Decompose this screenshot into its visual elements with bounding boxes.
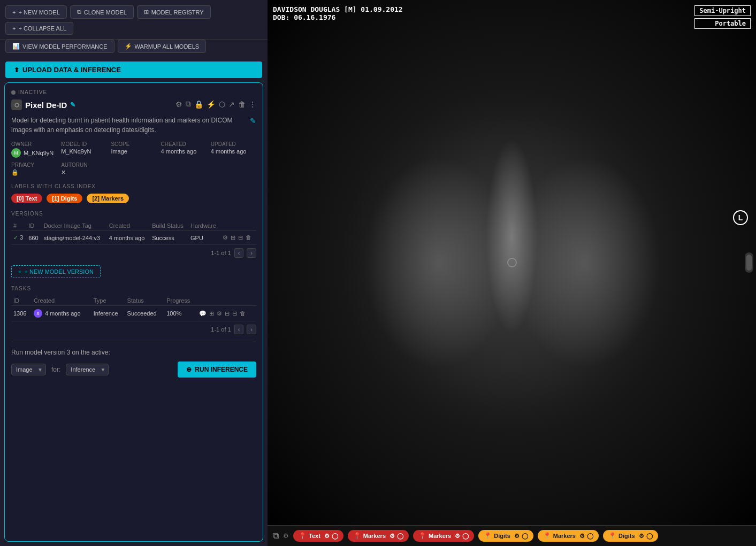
upload-icon: ⬆: [14, 66, 19, 74]
edit-desc-icon[interactable]: ✎: [250, 116, 256, 127]
duplicate-icon[interactable]: ⬡: [219, 100, 225, 109]
xray-circle-marker: [507, 258, 517, 267]
task-progress: 100%: [164, 306, 197, 321]
task-image-icon[interactable]: ⊞: [209, 310, 214, 317]
tag-icon[interactable]: ⚡: [207, 100, 216, 109]
settings-icon-5[interactable]: ⚙: [579, 533, 585, 540]
clone-model-button[interactable]: ⧉ CLONE MODEL: [70, 5, 134, 19]
share2-icon[interactable]: ↗: [228, 100, 235, 109]
xray-position-badges: Semi-Upright Portable: [694, 5, 751, 31]
settings-icon-1[interactable]: ⚙: [324, 533, 330, 540]
view-performance-button[interactable]: 📊 VIEW MODEL PERFORMANCE: [5, 40, 114, 53]
action-settings-icon[interactable]: ⚙: [223, 234, 228, 241]
label-tag-digits: [1] Digits: [47, 194, 82, 203]
task-id: 1306: [11, 306, 32, 321]
pill-markers-2[interactable]: 📍 Markers ⚙ ◯: [413, 530, 474, 542]
col-created: Created: [107, 221, 150, 231]
scope-select[interactable]: Image: [11, 364, 46, 375]
pill-text-1[interactable]: 📍 Text ⚙ ◯: [293, 530, 343, 542]
close-icon-3[interactable]: ◯: [462, 533, 469, 540]
settings-icon-3[interactable]: ⚙: [455, 533, 460, 540]
task-view-icon[interactable]: ⊟: [225, 310, 230, 317]
copy-layers-icon[interactable]: ⧉: [273, 531, 279, 541]
row-status: Success: [150, 231, 188, 245]
close-icon-6[interactable]: ◯: [646, 533, 653, 540]
avatar: M: [11, 148, 21, 158]
run-inference-button[interactable]: ⊕ RUN INFERENCE: [178, 362, 256, 378]
lock-icon[interactable]: 🔒: [194, 100, 203, 109]
close-icon-2[interactable]: ◯: [397, 533, 403, 540]
task-select-wrapper: Inference ▼: [66, 364, 109, 375]
pill-markers-1[interactable]: 📍 Markers ⚙ ◯: [348, 530, 409, 542]
task-status: Succeeded: [125, 306, 165, 321]
new-model-button[interactable]: + + NEW MODEL: [5, 5, 67, 19]
share-icon[interactable]: ⚙: [175, 100, 182, 109]
registry-icon: ⊞: [144, 9, 149, 16]
table-row: ✓ 3 660 staging/model-244:v3 4 months ag…: [11, 231, 256, 245]
settings-icon-2[interactable]: ⚙: [390, 533, 395, 540]
pill-digits-1[interactable]: 📍 Digits ⚙ ◯: [478, 530, 533, 542]
row-hardware: GPU: [188, 231, 220, 245]
meta-autorun: AUTORUN ✕: [61, 162, 106, 176]
left-panel: + + NEW MODEL ⧉ CLONE MODEL ⊞ MODEL REGI…: [0, 0, 268, 546]
col-hardware: Hardware: [188, 221, 220, 231]
model-card: INACTIVE ⬡ Pixel De-ID ✎ ⚙ ⧉ 🔒 ⚡ ⬡ ↗ 🗑 ⋮: [4, 82, 263, 542]
pin-icon-1: 📍: [299, 532, 307, 540]
task-settings-icon[interactable]: ⚙: [217, 310, 222, 317]
pill-markers-3[interactable]: 📍 Markers ⚙ ◯: [538, 530, 599, 542]
task-select[interactable]: Inference: [66, 364, 109, 375]
meta-scope: SCOPE Image: [111, 141, 156, 158]
pill-digits-2[interactable]: 📍 Digits ⚙ ◯: [603, 530, 658, 542]
chart-icon: 📊: [12, 43, 20, 50]
task-col-created: Created: [32, 296, 91, 306]
tasks-section: TASKS ID Created Type Status Progress: [11, 286, 256, 334]
scroll-indicator[interactable]: [745, 252, 753, 273]
meta-privacy: PRIVACY 🔒: [11, 162, 57, 176]
task-col-progress: Progress: [164, 296, 197, 306]
model-header: ⬡ Pixel De-ID ✎ ⚙ ⧉ 🔒 ⚡ ⬡ ↗ 🗑 ⋮: [11, 99, 256, 110]
tasks-next-button[interactable]: ›: [247, 325, 256, 334]
close-icon-1[interactable]: ◯: [332, 533, 338, 540]
table-row: 1306 S 4 months ago Inference Succeeded …: [11, 306, 256, 321]
add-version-button[interactable]: + + NEW MODEL VERSION: [11, 265, 101, 278]
task-filter-icon[interactable]: ⊟: [232, 310, 237, 317]
copy-icon[interactable]: ⧉: [186, 99, 191, 109]
settings-icon[interactable]: ⚙: [283, 532, 289, 540]
collapse-all-button[interactable]: + + COLLAPSE ALL: [5, 22, 73, 35]
row-num: ✓ 3: [11, 231, 26, 245]
delete-icon[interactable]: 🗑: [238, 100, 246, 109]
task-delete-icon[interactable]: 🗑: [240, 310, 246, 317]
settings-icon-6[interactable]: ⚙: [639, 533, 644, 540]
xray-l-marker: L: [733, 210, 748, 225]
action-image-icon[interactable]: ⊞: [231, 234, 235, 241]
prev-page-button[interactable]: ‹: [234, 248, 244, 258]
task-col-id: ID: [11, 296, 32, 306]
tasks-table: ID Created Type Status Progress 1306: [11, 296, 256, 321]
task-col-status: Status: [125, 296, 165, 306]
clone-icon: ⧉: [77, 9, 81, 16]
close-icon-5[interactable]: ◯: [587, 533, 593, 540]
row-id: 660: [26, 231, 41, 245]
close-icon-4[interactable]: ◯: [522, 533, 528, 540]
action-delete-icon[interactable]: 🗑: [246, 234, 251, 241]
versions-section: VERSIONS # ID Docker Image:Tag Created B…: [11, 211, 256, 258]
task-chat-icon[interactable]: 💬: [199, 310, 207, 317]
tasks-prev-button[interactable]: ‹: [234, 325, 244, 334]
warmup-icon: ⚡: [125, 43, 132, 50]
row-created: 4 months ago: [107, 231, 150, 245]
collapse-icon: +: [12, 25, 16, 32]
warmup-button[interactable]: ⚡ WARMUP ALL MODELS: [118, 40, 207, 53]
labels-section: LABELS WITH CLASS INDEX [0] Text [1] Dig…: [11, 183, 256, 203]
more-icon[interactable]: ⋮: [249, 100, 256, 109]
action-filter-icon[interactable]: ⊟: [238, 234, 243, 241]
settings-icon-4[interactable]: ⚙: [514, 533, 520, 540]
edit-title-icon[interactable]: ✎: [70, 101, 75, 109]
upload-button[interactable]: ⬆ UPLOAD DATA & INFERENCE: [5, 61, 262, 78]
pin-icon-2: 📍: [353, 532, 361, 540]
model-registry-button[interactable]: ⊞ MODEL REGISTRY: [137, 5, 211, 19]
status-dot: [11, 90, 16, 95]
meta-updated: UPDATED 4 months ago: [211, 141, 256, 158]
next-page-button[interactable]: ›: [247, 248, 256, 258]
pin-icon-5: 📍: [543, 532, 551, 540]
plus-icon: +: [18, 268, 21, 275]
